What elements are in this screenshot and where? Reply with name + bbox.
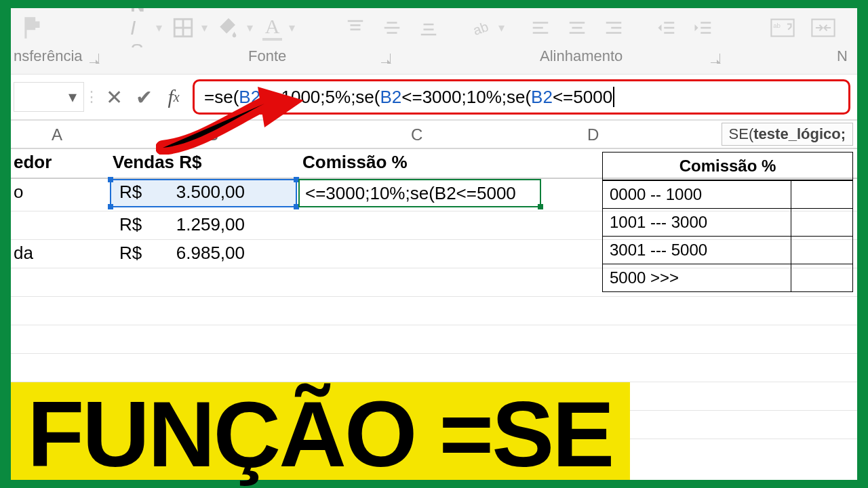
wrap-text-icon[interactable]: ab — [770, 18, 795, 38]
align-left-icon[interactable] — [530, 18, 551, 38]
align-bottom-icon[interactable] — [418, 18, 439, 38]
accept-formula-button[interactable]: ✔ — [129, 82, 159, 112]
commission-lookup-table: Comissão % 0000 -- 1000 1001 --- 3000 30… — [602, 152, 853, 292]
col-D[interactable]: D — [587, 125, 599, 144]
insert-function-button[interactable]: fx — [159, 82, 189, 112]
cell-C2-editing[interactable]: <=3000;10%;se(B2<=5000 — [298, 179, 541, 207]
cancel-formula-button[interactable]: ✕ — [99, 82, 129, 112]
chevron-down-icon[interactable]: ▾ — [201, 20, 208, 35]
format-painter-icon[interactable] — [20, 15, 46, 41]
dialog-launcher-icon[interactable] — [90, 54, 99, 63]
header-vendedor: edor — [14, 152, 52, 173]
chevron-down-icon[interactable]: ▾ — [247, 20, 253, 35]
ribbon-groups: nsferência Fonte Alinhamento N — [11, 47, 857, 75]
chevron-down-icon[interactable]: ▾ — [498, 20, 505, 35]
col-A[interactable]: A — [52, 125, 62, 144]
chevron-down-icon[interactable]: ▾ — [156, 20, 162, 35]
table-row — [11, 325, 857, 354]
cell-B3[interactable]: R$ 1.259,00 — [119, 214, 245, 235]
title-banner: FUNÇÃO =SE — [11, 382, 630, 480]
table-row — [11, 297, 857, 325]
indent-decrease-icon[interactable] — [656, 18, 677, 38]
dialog-launcher-icon[interactable] — [711, 54, 720, 63]
cell-B2[interactable]: R$ 3.500,00 — [119, 182, 245, 203]
svg-text:ab: ab — [773, 22, 781, 29]
col-C[interactable]: C — [411, 125, 422, 144]
group-align-label: Alinhamento — [540, 47, 623, 64]
align-middle-icon[interactable] — [382, 18, 402, 38]
cell-B4[interactable]: R$ 6.985,00 — [119, 243, 245, 264]
group-clipboard-label: nsferência — [14, 47, 83, 64]
table-row — [11, 354, 857, 382]
group-number-label: N — [837, 47, 848, 65]
align-center-icon[interactable] — [567, 18, 587, 38]
group-font-label: Fonte — [248, 47, 286, 64]
dialog-launcher-icon[interactable] — [381, 54, 391, 63]
orientation-icon[interactable]: ab — [471, 18, 492, 38]
header-comissao: Comissão % — [302, 152, 408, 173]
name-box[interactable]: ▾ — [14, 82, 84, 112]
column-headers[interactable]: A B C D SE(teste_lógico; — [11, 121, 857, 149]
function-tooltip: SE(teste_lógico; — [722, 123, 853, 146]
indent-increase-icon[interactable] — [693, 18, 713, 38]
align-top-icon[interactable] — [345, 18, 366, 38]
align-right-icon[interactable] — [604, 18, 624, 38]
ribbon-home: N I S ▾ ▾ ▾ A ▾ ab ▾ ab — [11, 8, 857, 47]
font-color-icon[interactable]: A — [262, 15, 283, 41]
merge-center-icon[interactable] — [811, 18, 835, 38]
formula-input[interactable]: =se(B2<=1000;5%;se(B2<=3000;10%;se(B2<=5… — [193, 79, 850, 115]
svg-text:ab: ab — [471, 19, 490, 38]
fill-color-icon[interactable] — [217, 16, 240, 39]
header-vendas: Vendas R$ — [113, 152, 202, 173]
lookup-title: Comissão % — [602, 152, 853, 181]
borders-icon[interactable] — [172, 16, 195, 39]
col-B[interactable]: B — [208, 125, 218, 144]
formula-bar: ▾ ⋮ ✕ ✔ fx =se(B2<=1000;5%;se(B2<=3000;1… — [11, 75, 857, 121]
chevron-down-icon[interactable]: ▾ — [289, 20, 295, 35]
